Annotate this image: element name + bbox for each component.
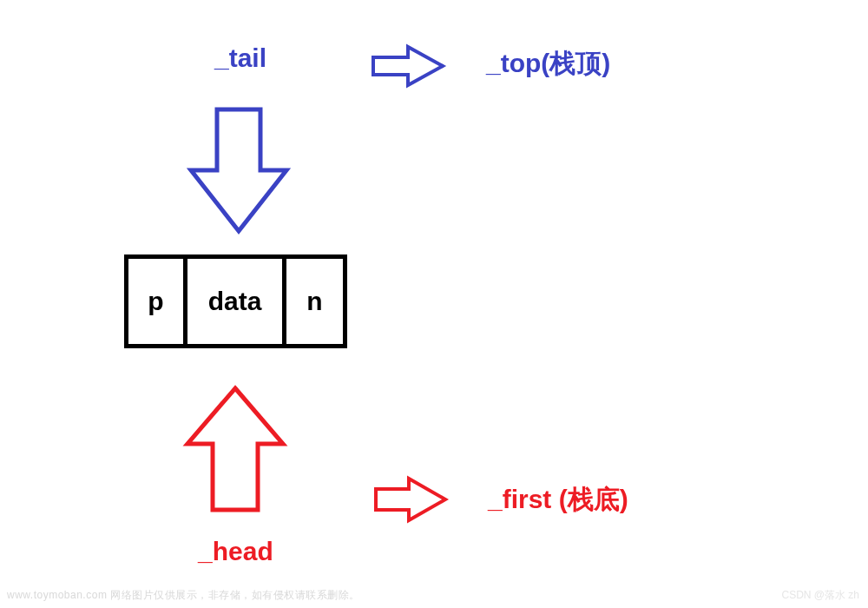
node-next-cell: n <box>286 259 343 344</box>
arrow-head-to-first <box>367 472 454 527</box>
node-data-cell: data <box>187 259 286 344</box>
arrow-head-up <box>174 380 296 519</box>
first-label: _first (栈底) <box>488 482 628 518</box>
node-prev-cell: p <box>128 259 187 344</box>
head-label: _head <box>198 537 273 566</box>
tail-label: _tail <box>214 43 266 73</box>
footer-right-watermark: CSDN @落水 zh <box>781 588 859 603</box>
list-node: p data n <box>124 254 347 348</box>
arrow-tail-down <box>178 101 299 240</box>
arrow-tail-to-top <box>365 38 451 90</box>
footer-left-watermark: www.toymoban.com 网络图片仅供展示，非存储，如有侵权请联系删除。 <box>7 588 360 603</box>
top-label: _top(栈顶) <box>486 46 610 82</box>
